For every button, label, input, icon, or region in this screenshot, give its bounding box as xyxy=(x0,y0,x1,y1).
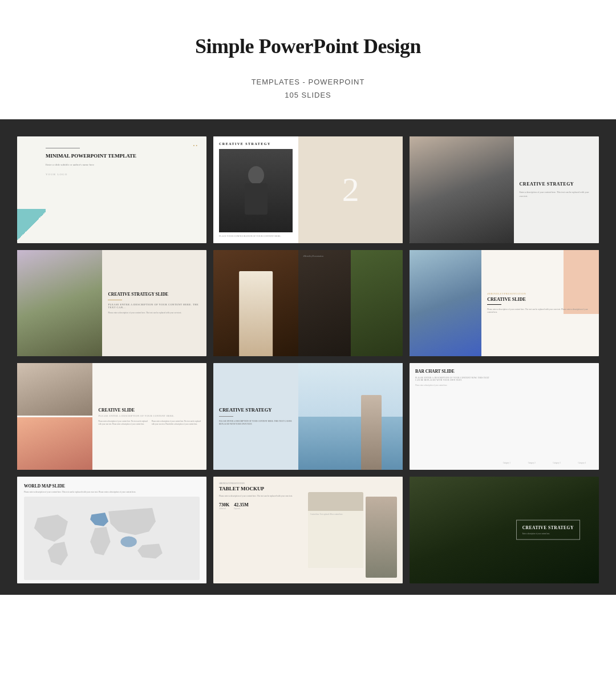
slide-1-sub: Enter a slide subtitle or author's name … xyxy=(46,163,136,167)
slide-2-left: CREATIVE STRATEGY PLACE YOUR CONFIGURATI… xyxy=(213,136,298,243)
slide-11-label: #BrindleyPresentation xyxy=(219,482,303,485)
slide-1-accent xyxy=(17,209,46,243)
stat-achieved: 730K Achieved xyxy=(219,502,229,510)
slide-creative-strategy-2[interactable]: CREATIVE STRATEGY Enter a description of… xyxy=(410,136,599,243)
slide-bar-chart[interactable]: BAR CHART SLIDE PLEASE ENTER A DESCRIPTI… xyxy=(410,363,599,470)
slide-7-sub: PLEASE ENTER A DESCRIPTION OF YOUR CONTE… xyxy=(99,414,202,417)
slide-3-photo-inner xyxy=(410,136,514,243)
slide-creative-strategy-slide[interactable]: CREATIVE STRATEGY SLIDE PLEASE ENTER A D… xyxy=(17,250,206,357)
slide-creative-strategy-1[interactable]: CREATIVE STRATEGY PLACE YOUR CONFIGURATI… xyxy=(213,136,403,243)
slide-2-right: 2 xyxy=(298,136,403,243)
slide-4-image xyxy=(17,250,102,357)
slide-12-box: CREATIVE STRATEGY Enter a description of… xyxy=(516,520,580,540)
slide-11-stats: 730K Achieved 42.35M Exposed xyxy=(219,502,303,510)
slide-9-left: BAR CHART SLIDE PLEASE ENTER A DESCRIPTI… xyxy=(415,369,495,464)
slide-creative-slide-1[interactable]: #BrindleyPresentation CREATIVE SLIDE Ple… xyxy=(410,250,599,357)
slide-7-image-bottom xyxy=(17,417,92,470)
chart-label-4: Category 4 xyxy=(570,462,593,464)
svg-point-2 xyxy=(120,537,136,547)
svg-rect-1 xyxy=(245,183,268,215)
slide-8-person xyxy=(361,395,382,470)
slide-creative-slide-2[interactable]: CREATIVE SLIDE PLEASE ENTER A DESCRIPTIO… xyxy=(17,363,206,470)
slide-2-number: 2 xyxy=(342,170,359,209)
slide-5-left: CREATIVE STRATEGY SLIDE xyxy=(213,250,298,357)
stat-exposed-label: Exposed xyxy=(234,507,249,510)
slide-1-title: MINIMAL POWERPOINT TEMPLATE xyxy=(46,153,136,160)
slide-7-images xyxy=(17,363,92,470)
slide-8-text: PLEASE ENTER A DESCRIPTION OF YOUR CONTE… xyxy=(219,420,293,426)
slide-1-line xyxy=(46,148,80,148)
chart-labels: Category 1 Category 2 Category 3 Categor… xyxy=(495,462,593,464)
slide-10-text: Please enter a description of your conte… xyxy=(24,491,200,494)
slide-creative-strategy-forest[interactable]: CREATIVE STRATEGY Enter a description of… xyxy=(410,477,599,583)
slide-6-image-inner xyxy=(410,250,481,357)
meta-type: TEMPLATES - POWERPOINT xyxy=(11,75,605,88)
slide-creative-strategy-3[interactable]: CREATIVE STRATEGY PLEASE ENTER A DESCRIP… xyxy=(213,363,403,470)
slide-5-caption: #BrindleyPresentation xyxy=(303,255,323,257)
slide-11-right: Content here. Text replaced. More conten… xyxy=(308,482,397,578)
slide-6-text: Please enter a description of your conte… xyxy=(487,308,593,315)
slide-5-leaves xyxy=(351,250,403,357)
tablet-body: Content here. Text replaced. More conten… xyxy=(308,511,363,568)
chart-label-3: Category 3 xyxy=(545,462,568,464)
slide-4-image-inner xyxy=(17,250,102,357)
slide-11-left: #BrindleyPresentation TABLET MOCKUP Plea… xyxy=(219,482,308,578)
slides-grid: MINIMAL POWERPOINT TEMPLATE Enter a slid… xyxy=(0,119,616,595)
slide-2-caption: PLACE YOUR CONFIGURATION OF YOUR CONTENT… xyxy=(219,235,293,237)
slide-12-text: Enter a description of your content here… xyxy=(522,533,574,535)
tablet-text: Content here. Text replaced. More conten… xyxy=(310,513,361,516)
slide-7-image-top xyxy=(17,363,92,416)
stat-exposed: 42.35M Exposed xyxy=(234,502,249,510)
slide-4-sub: PLEASE ENTER A DESCRIPTION OF YOUR CONTE… xyxy=(108,303,201,309)
stat-exposed-number: 42.35M xyxy=(234,502,249,507)
slide-8-line xyxy=(219,416,233,417)
slide-7-title: CREATIVE SLIDE xyxy=(99,408,202,413)
slide-2-label: CREATIVE STRATEGY xyxy=(219,142,293,146)
meta-slides: 105 SLIDES xyxy=(11,88,605,102)
slide-6-label: #BrindleyPresentation xyxy=(487,292,593,295)
slide-1-dots: • • xyxy=(193,143,197,148)
grid-container: MINIMAL POWERPOINT TEMPLATE Enter a slid… xyxy=(17,136,599,583)
slide-creative-strategy-dark[interactable]: CREATIVE STRATEGY SLIDE #BrindleyPresent… xyxy=(213,250,403,357)
slide-10-map xyxy=(24,497,200,580)
slide-7-col-1: Please enter a description of your conte… xyxy=(99,420,149,425)
slide-11-tablet: Content here. Text replaced. More conten… xyxy=(308,492,363,568)
bar-chart xyxy=(495,369,593,462)
slide-12-title: CREATIVE STRATEGY xyxy=(522,525,574,531)
slide-tablet-mockup[interactable]: #BrindleyPresentation TABLET MOCKUP Plea… xyxy=(213,477,403,583)
slide-4-content: CREATIVE STRATEGY SLIDE PLEASE ENTER A D… xyxy=(102,250,206,357)
slide-3-text: Enter a description of your content here… xyxy=(520,191,593,198)
slide-6-right: #BrindleyPresentation CREATIVE SLIDE Ple… xyxy=(481,250,599,357)
slide-4-title: CREATIVE STRATEGY SLIDE xyxy=(108,292,201,297)
slide-world-map[interactable]: WORLD MAP SLIDE Please enter a descripti… xyxy=(17,477,206,583)
slide-8-title: CREATIVE STRATEGY xyxy=(219,407,293,413)
tablet-header xyxy=(308,492,363,511)
slide-9-title: BAR CHART SLIDE xyxy=(415,369,491,374)
slide-6-title: CREATIVE SLIDE xyxy=(487,297,593,302)
slide-10-title: WORLD MAP SLIDE xyxy=(24,483,200,489)
slide-11-title: TABLET MOCKUP xyxy=(219,486,303,492)
slide-6-image xyxy=(410,250,481,357)
slide-9-chart-area: Category 1 Category 2 Category 3 Categor… xyxy=(495,369,593,464)
slide-3-photo xyxy=(410,136,514,243)
slide-4-text: Please enter a description of your conte… xyxy=(108,312,201,315)
slide-3-content: CREATIVE STRATEGY Enter a description of… xyxy=(514,136,599,243)
stat-achieved-label: Achieved xyxy=(219,507,229,510)
slide-6-content: #BrindleyPresentation CREATIVE SLIDE Ple… xyxy=(487,292,593,315)
slide-8-right xyxy=(298,363,403,470)
stat-achieved-number: 730K xyxy=(219,502,229,507)
slide-5-wood xyxy=(213,250,298,357)
slide-11-text: Please enter a description of your conte… xyxy=(219,495,303,498)
page-meta: TEMPLATES - POWERPOINT 105 SLIDES xyxy=(11,75,605,102)
slide-8-sea xyxy=(298,417,403,470)
slide-4-line xyxy=(108,300,122,300)
slide-7-content: CREATIVE SLIDE PLEASE ENTER A DESCRIPTIO… xyxy=(94,363,206,470)
slide-minimal-template[interactable]: MINIMAL POWERPOINT TEMPLATE Enter a slid… xyxy=(17,136,206,243)
slide-1-content: MINIMAL POWERPOINT TEMPLATE Enter a slid… xyxy=(46,148,136,176)
slide-3-title: CREATIVE STRATEGY xyxy=(520,181,593,187)
svg-point-0 xyxy=(248,166,264,184)
page-title: Simple PowerPoint Design xyxy=(11,34,605,58)
chart-label-1: Category 1 xyxy=(495,462,518,464)
slide-6-line xyxy=(487,304,501,305)
slide-9-text: Please enter a description of your conte… xyxy=(415,384,491,387)
